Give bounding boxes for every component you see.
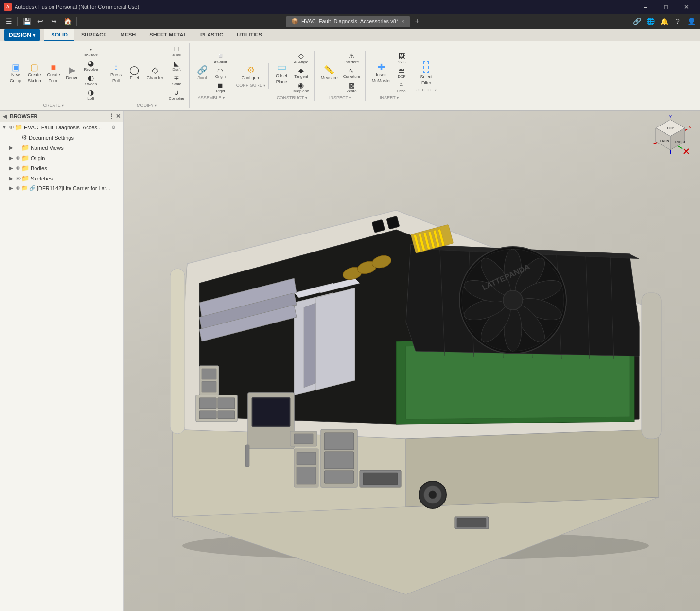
sketches-label: Sketches <box>31 176 122 181</box>
origin-eye[interactable]: 👁 <box>15 155 21 161</box>
tab-sheetmetal[interactable]: SHEET METAL <box>142 29 193 41</box>
plane-at-angle-button[interactable]: ◇ At Angle <box>291 52 311 65</box>
insert-svg-button[interactable]: 🖼 SVG <box>394 52 409 65</box>
svg-rect-73 <box>202 369 216 379</box>
tangent-plane-button[interactable]: ◆ Tangent <box>291 66 311 80</box>
construct-group: ▭ Offset Plane ◇ At Angle ◆ Tangent ◉ <box>270 51 314 101</box>
sketches-eye[interactable]: 👁 <box>15 176 21 181</box>
svg-rect-62 <box>324 433 354 450</box>
draft-button[interactable]: ◣ Draft <box>167 59 186 72</box>
chamfer-button[interactable]: ◇ Chamfer <box>144 64 166 82</box>
tree-sketches[interactable]: ▶ 👁 📁 Sketches <box>0 173 123 183</box>
decal-button[interactable]: 🏳 Decal <box>394 81 409 94</box>
assemble-tools: 🔗 Joint ◽ As-built ◠ Origin ◼ Rigid <box>193 52 229 94</box>
home-button[interactable]: 🏠 <box>61 15 74 28</box>
rigid-group-button[interactable]: ◼ Rigid <box>212 81 229 94</box>
construct-secondary: ◇ At Angle ◆ Tangent ◉ Midplane <box>291 52 311 94</box>
toolbar-ribbon: ▣ New Comp ▢ Create Sketch ■ Create Form… <box>0 41 700 110</box>
root-more-icon[interactable]: ⋮ <box>117 125 122 130</box>
root-expand-icon[interactable]: ▼ <box>1 125 8 130</box>
tab-mesh[interactable]: MESH <box>114 29 143 41</box>
new-component-button[interactable]: ▣ New Comp <box>7 61 24 85</box>
combine-button[interactable]: ∪ Combine <box>167 88 186 102</box>
extensions-button[interactable]: 🔗 <box>630 15 644 28</box>
tab-solid[interactable]: SOLID <box>44 29 74 41</box>
root-eye-icon[interactable]: 👁 <box>8 125 15 130</box>
curvature-button[interactable]: ∿ Curvature <box>341 66 362 80</box>
scale-button[interactable]: ∓ Scale <box>167 73 186 87</box>
tree-doc-settings[interactable]: 👁 ⚙ Document Settings <box>0 132 123 143</box>
redo-button[interactable]: ↪ <box>47 15 61 28</box>
dfr-expand[interactable]: ▶ <box>8 185 15 191</box>
browser-close-icon[interactable]: ✕ <box>116 113 121 120</box>
tab-plastic[interactable]: PLASTIC <box>193 29 230 41</box>
root-settings-icon[interactable]: ⚙ <box>111 125 116 130</box>
joint-button[interactable]: 🔗 Joint <box>193 64 211 82</box>
insert-secondary: 🖼 SVG 🗃 DXF 🏳 Decal <box>394 52 409 94</box>
separator <box>76 17 77 26</box>
tree-named-views[interactable]: ▶ 👁 📁 Named Views <box>0 143 123 153</box>
as-built-joint-button[interactable]: ◽ As-built <box>212 52 229 65</box>
undo-button[interactable]: ↩ <box>34 15 47 28</box>
midplane-button[interactable]: ◉ Midplane <box>291 81 311 94</box>
insert-dxf-button[interactable]: 🗃 DXF <box>394 66 409 80</box>
close-tab-button[interactable]: ✕ <box>401 19 405 24</box>
configure-button[interactable]: ⚙ Configure <box>239 64 262 82</box>
design-mode-dropdown[interactable]: DESIGN ▾ <box>4 29 40 41</box>
add-tab-button[interactable]: + <box>412 16 422 27</box>
document-tab[interactable]: 📦 HVAC_Fault_Diagnosis_Accessories v8* ✕ <box>286 16 410 27</box>
interference-button[interactable]: ⚠ Interfere <box>341 52 362 65</box>
svg-rect-56 <box>218 398 235 409</box>
view-cube[interactable]: Y X TOP FRONT RIGHT <box>648 115 692 159</box>
profile-button[interactable]: 👤 <box>684 15 698 28</box>
extrude-button[interactable]: ⬩ Extrude <box>82 44 100 58</box>
browser-expand-icon[interactable]: ⋮ <box>108 113 114 120</box>
zebra-button[interactable]: ▩ Zebra <box>341 81 362 94</box>
derive-button[interactable]: ▶ Derive <box>64 64 81 82</box>
sketches-expand[interactable]: ▶ <box>8 176 15 181</box>
browser-collapse-button[interactable]: ◀ <box>3 113 7 120</box>
shell-button[interactable]: □ Shell <box>167 44 186 58</box>
hamburger-menu[interactable]: ☰ <box>2 15 16 28</box>
configure-tools: ⚙ Configure <box>239 64 262 82</box>
sweep-button[interactable]: ◐ Sweep <box>82 73 100 87</box>
svg-rect-71 <box>457 518 486 527</box>
tree-origin[interactable]: ▶ 👁 📁 Origin <box>0 153 123 163</box>
select-filter-button[interactable]: Select Filter <box>418 59 435 87</box>
bodies-eye[interactable]: 👁 <box>15 165 21 171</box>
tab-surface[interactable]: SURFACE <box>74 29 114 41</box>
loft-button[interactable]: ◑ Loft <box>82 88 100 102</box>
bodies-expand[interactable]: ▶ <box>8 165 15 171</box>
viewport[interactable]: LATTEPANDA Y X <box>124 111 700 611</box>
press-pull-button[interactable]: ↕ Press Pull <box>107 61 124 85</box>
revolve-button[interactable]: ◕ Revolve <box>82 59 100 72</box>
online-button[interactable]: 🌐 <box>644 15 657 28</box>
maximize-button[interactable]: □ <box>656 0 676 14</box>
offset-plane-button[interactable]: ▭ Offset Plane <box>273 60 290 86</box>
insert-group: ✚ Insert McMaster 🖼 SVG 🗃 DXF 🏳 <box>367 51 413 101</box>
origin-expand[interactable]: ▶ <box>8 155 15 161</box>
create-secondary: ⬩ Extrude ◕ Revolve ◐ Sweep ◑ Loft <box>82 44 100 102</box>
inspect-tools: 📏 Measure ⚠ Interfere ∿ Curvature ▩ Zebr… <box>318 52 362 94</box>
create-sketch-button[interactable]: ▢ Create Sketch <box>25 61 44 85</box>
fillet-button[interactable]: ◯ Fillet <box>125 64 143 82</box>
help-button[interactable]: ? <box>671 15 684 28</box>
minimize-button[interactable]: ‒ <box>636 0 655 14</box>
root-label: HVAC_Fault_Diagnosis_Acces... <box>24 125 109 130</box>
dfr-eye[interactable]: 👁 <box>15 185 21 191</box>
tree-root[interactable]: ▼ 👁 📁 HVAC_Fault_Diagnosis_Acces... ⚙ ⋮ <box>0 122 123 132</box>
insert-mcmaster-button[interactable]: ✚ Insert McMaster <box>369 61 394 85</box>
joint-origin-button[interactable]: ◠ Origin <box>212 66 229 80</box>
svg-text:Y: Y <box>669 115 672 119</box>
tree-bodies[interactable]: ▶ 👁 📁 Bodies <box>0 163 123 173</box>
tree-dfr-component[interactable]: ▶ 👁 📁 🔗 [DFR1142]Lite Carrier for Lat... <box>0 183 123 193</box>
3d-model: LATTEPANDA <box>124 111 700 611</box>
view-cube-svg: Y X TOP FRONT RIGHT <box>648 115 692 159</box>
save-button[interactable]: 💾 <box>20 15 34 28</box>
tab-utilities[interactable]: UTILITIES <box>230 29 269 41</box>
notifications-button[interactable]: 🔔 <box>657 15 671 28</box>
create-form-button[interactable]: ■ Create Form <box>45 61 63 85</box>
named-views-expand[interactable]: ▶ <box>8 145 15 150</box>
close-button[interactable]: ✕ <box>677 0 696 14</box>
measure-button[interactable]: 📏 Measure <box>318 64 340 82</box>
